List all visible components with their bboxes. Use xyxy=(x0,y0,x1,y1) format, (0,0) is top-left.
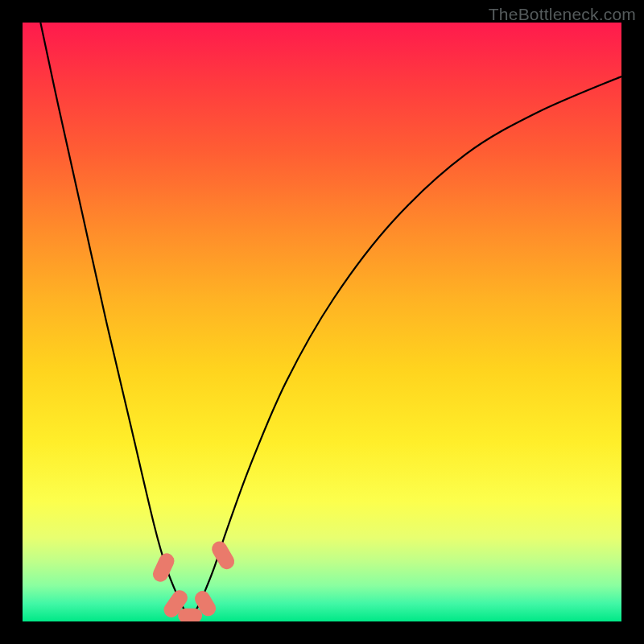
curve-marker xyxy=(209,539,237,572)
plot-area xyxy=(23,23,621,621)
curve-marker xyxy=(151,551,177,584)
watermark-text: TheBottleneck.com xyxy=(489,5,636,24)
chart-frame: TheBottleneck.com xyxy=(0,0,644,644)
curve-marker xyxy=(178,608,202,621)
marker-layer xyxy=(23,23,621,621)
